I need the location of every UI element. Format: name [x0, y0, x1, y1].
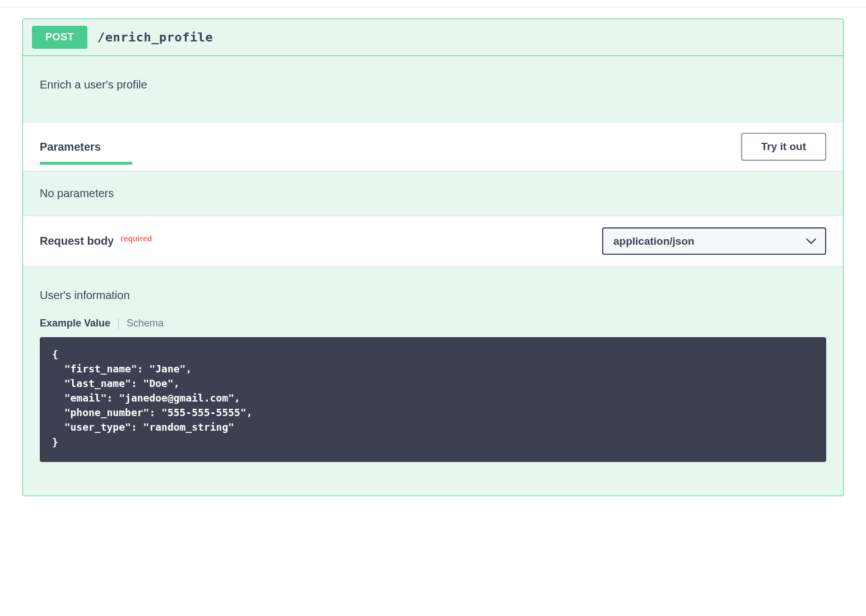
parameters-title-text: Parameters: [40, 141, 101, 153]
request-body-description: User's information: [40, 289, 826, 302]
endpoint-path: /enrich_profile: [97, 30, 213, 44]
no-parameters-message: No parameters: [23, 171, 843, 216]
parameters-tab-underline: [40, 162, 132, 165]
example-code-block: { "first_name": "Jane", "last_name": "Do…: [40, 337, 826, 462]
http-method-badge: POST: [32, 26, 87, 49]
operation-summary[interactable]: POST /enrich_profile: [23, 19, 843, 56]
request-body-content: User's information Example Value Schema …: [23, 267, 843, 496]
try-it-out-button[interactable]: Try it out: [741, 133, 826, 161]
tab-separator: [118, 318, 119, 329]
tab-schema[interactable]: Schema: [127, 318, 164, 329]
content-type-wrap: application/json: [602, 227, 826, 255]
body-tabs: Example Value Schema: [40, 318, 826, 329]
content-type-select[interactable]: application/json: [602, 227, 826, 255]
parameters-section-bar: Parameters Try it out: [23, 122, 843, 171]
request-body-title: Request body: [40, 235, 114, 248]
required-tag: required: [120, 234, 152, 243]
tab-example-value[interactable]: Example Value: [40, 318, 110, 329]
operation-block: POST /enrich_profile Enrich a user's pro…: [22, 18, 844, 496]
operation-description: Enrich a user's profile: [23, 56, 843, 122]
request-body-section-bar: Request body required application/json: [23, 216, 843, 267]
parameters-title: Parameters: [40, 141, 101, 153]
